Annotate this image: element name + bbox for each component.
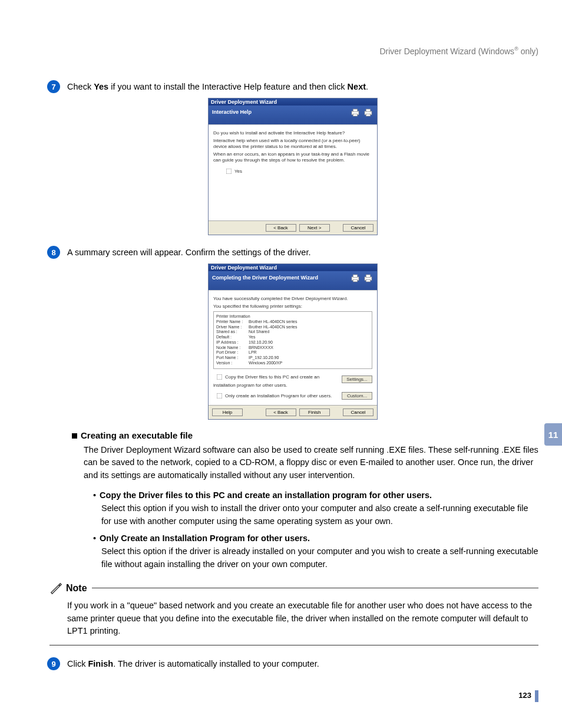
cancel-button[interactable]: Cancel [343,409,373,416]
page-number-bar [535,690,538,702]
step-8-badge: 8 [47,246,60,259]
bullet-only-create-text: Select this option if the driver is alre… [101,545,538,571]
wizard-text: Interactive help when used with a locall… [213,138,372,150]
printer-icon [349,273,373,285]
wizard-completing: Driver Deployment Wizard Completing the … [208,263,378,420]
step-9-text: Click Finish. The driver is automaticall… [67,659,319,668]
bullet-only-create: •Only Create an Installation Program for… [93,533,538,543]
step-9-badge: 9 [47,657,60,670]
back-button[interactable]: < Back [266,224,296,232]
svg-rect-10 [366,275,371,278]
svg-rect-4 [366,109,371,112]
note-body: If you work in a "queue" based network a… [49,595,538,645]
only-create-checkbox[interactable]: Only create an Installation Program for … [213,390,340,401]
wizard-text: You have successfully completed the Driv… [213,296,372,302]
chapter-tab: 11 [544,423,562,446]
info-row: Port Driver :LPR [216,350,369,355]
page-number: 123 [518,691,531,700]
note-label: Note [66,583,87,594]
wizard-text: Do you wish to install and activate the … [213,130,372,136]
note-icon [49,582,62,595]
page-header: Driver Deployment Wizard (Windows® only) [379,46,538,56]
exec-file-heading: Creating an executable file [72,430,538,440]
step-8-text: A summary screen will appear. Confirm th… [67,248,310,257]
printer-icon [349,107,373,119]
finish-button[interactable]: Finish [299,409,330,416]
bullet-copy-driver-text: Select this option if you wish to instal… [101,502,538,528]
exec-file-para: The Driver Deployment Wizard software ca… [84,444,538,482]
cancel-button[interactable]: Cancel [343,224,373,232]
wizard-titlebar: Driver Deployment Wizard [209,264,377,271]
svg-rect-5 [366,114,371,116]
help-button[interactable]: Help [212,409,243,416]
info-row: Port Name :IP_192.10.20.90 [216,355,369,361]
wizard-text: When an error occurs, an icon appears in… [213,151,372,163]
yes-checkbox[interactable]: Yes [223,166,372,177]
back-button[interactable]: < Back [266,409,296,416]
info-row: Driver Name :Brother HL-4040CN series [216,325,369,330]
info-row: Printer Name :Brother HL-4040CN series [216,319,369,325]
info-row: Default :Yes [216,335,369,340]
info-row: Node Name :BRN0XXXXX [216,345,369,351]
settings-button[interactable]: Settings... [342,375,372,383]
info-row: Version :Windows 2000/XP [216,361,369,366]
wizard-heading: Interactive Help [209,106,377,125]
wizard-text: You specified the following printer sett… [213,304,372,309]
svg-rect-11 [366,279,371,282]
svg-rect-8 [353,279,358,282]
wizard-titlebar: Driver Deployment Wizard [209,98,377,106]
svg-rect-7 [353,275,358,278]
step-7-text: Check Yes if you want to install the Int… [67,82,368,91]
note-block: Note If you work in a "queue" based netw… [49,582,538,645]
wizard-heading: Completing the Driver Deployment Wizard [209,271,377,291]
info-row: Shared as :Not Shared [216,330,369,335]
custom-button[interactable]: Custom... [342,392,372,400]
next-button[interactable]: Next > [299,224,330,232]
bullet-copy-driver: •Copy the Driver files to this PC and cr… [93,490,538,500]
copy-driver-checkbox[interactable]: Copy the Driver files to this PC and cre… [213,371,340,388]
wizard-interactive-help: Driver Deployment Wizard Interactive Hel… [208,98,378,235]
info-row: IP Address :192.10.20.90 [216,340,369,345]
svg-rect-1 [353,109,358,112]
svg-rect-2 [353,114,358,116]
printer-info-box: Printer Information Printer Name :Brothe… [213,311,372,369]
step-7-badge: 7 [47,80,60,93]
